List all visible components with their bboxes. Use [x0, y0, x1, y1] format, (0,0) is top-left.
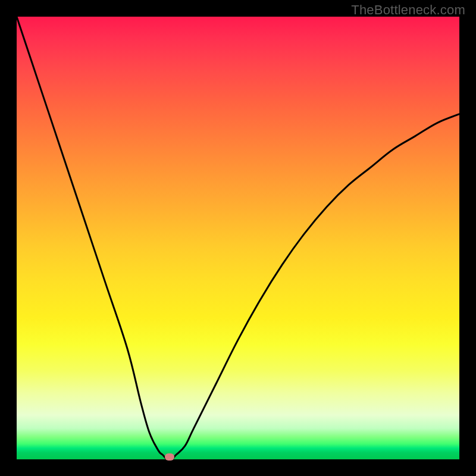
bottleneck-curve [17, 17, 459, 459]
optimal-point-marker [165, 453, 174, 461]
watermark-text: TheBottleneck.com [351, 2, 465, 18]
